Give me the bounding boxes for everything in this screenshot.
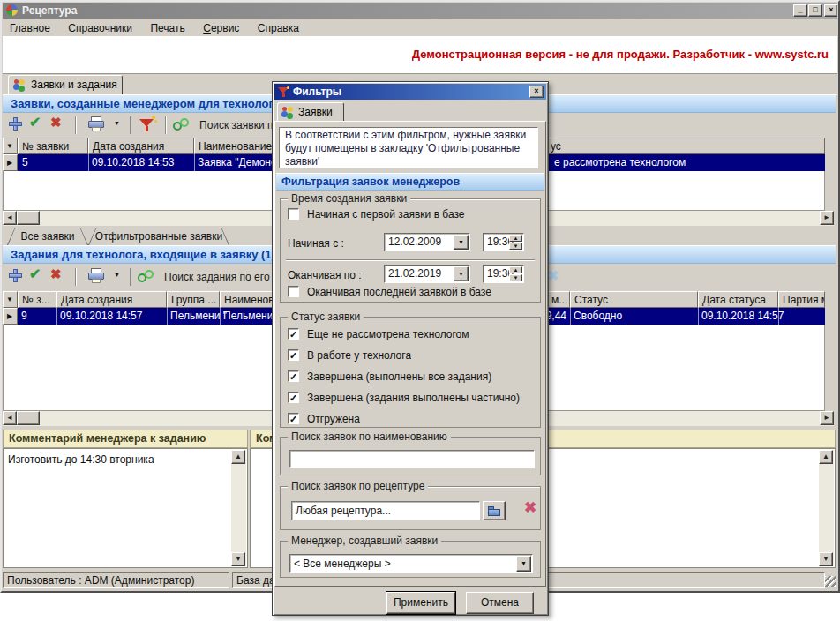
status-group-label: Статус заявки (288, 310, 364, 323)
add-icon[interactable] (8, 268, 24, 284)
menu-main[interactable]: Главное (3, 19, 57, 34)
tasks-col-marker: ▼ (3, 291, 18, 308)
scroll-left-icon[interactable]: ◄ (3, 211, 17, 225)
requests-col-status[interactable]: ус (504, 138, 825, 154)
status-option-checkbox[interactable]: ✓ (288, 413, 299, 424)
tasks-col-status[interactable]: Статус (570, 291, 698, 308)
task-num: 9 (21, 308, 27, 325)
delete-icon[interactable]: ✖ (50, 115, 62, 131)
recipe-browse-button[interactable] (483, 501, 506, 520)
add-icon[interactable] (8, 116, 24, 132)
scroll-up-icon[interactable]: ▲ (819, 450, 833, 464)
tab-requests-and-tasks[interactable]: Заявки и задания (8, 75, 123, 95)
start-time-spinner[interactable]: 19:36 ▲ ▼ (483, 233, 524, 251)
status-option-checkbox[interactable]: ✓ (288, 392, 299, 403)
end-time-spinner[interactable]: 19:36 ▲ ▼ (483, 265, 524, 283)
confirm-icon[interactable]: ✔ (29, 114, 41, 131)
scroll-down-icon[interactable]: ▼ (819, 552, 833, 566)
menu-service[interactable]: Сервис (196, 19, 246, 34)
tasks-col-group[interactable]: Группа ... (167, 291, 220, 308)
toolbar-separator (130, 116, 131, 134)
spin-down-icon[interactable]: ▼ (509, 243, 522, 250)
task-group: Пельмени " (170, 308, 227, 325)
manager-group-label: Менеджер, создавший заявки (288, 535, 441, 547)
minimize-button[interactable]: _ (793, 4, 807, 17)
dialog-tab-requests[interactable]: Заявки (277, 102, 344, 122)
main-titlebar: Рецептура _ □ × (3, 3, 837, 19)
statusbar-user: Пользователь : ADM (Администратор) (3, 572, 229, 588)
search-rings-icon[interactable] (173, 118, 192, 132)
scroll-right-icon[interactable]: ► (820, 211, 834, 225)
start-date-combobox[interactable]: 12.02.2009 ▼ (384, 233, 470, 251)
scroll-down-icon[interactable]: ▼ (231, 552, 245, 566)
close-button[interactable]: × (824, 4, 837, 17)
resize-grip[interactable] (825, 576, 836, 587)
tasks-col-num[interactable]: № з... (18, 291, 56, 308)
toolbar-separator (130, 268, 131, 286)
end-date-combobox[interactable]: 21.02.2019 ▼ (384, 265, 470, 283)
status-option-label: Еще не рассмотрена технологом (307, 326, 469, 342)
manager-combobox[interactable]: < Все менеджеры > ▼ (289, 554, 533, 573)
manager-comment-text: Изготовить до 14:30 вторника (8, 452, 228, 468)
scroll-thumb[interactable] (17, 211, 40, 225)
print-icon[interactable] (87, 267, 109, 285)
toolbar-separator (75, 268, 77, 286)
request-status: е рассмотрена технологом (554, 154, 686, 171)
status-option-checkbox[interactable]: ✓ (288, 370, 299, 382)
scroll-up-icon[interactable]: ▲ (231, 450, 245, 464)
menu-print[interactable]: Печать (143, 19, 191, 34)
scroll-left-icon[interactable]: ◄ (3, 411, 17, 425)
dropdown-icon[interactable]: ▼ (516, 556, 531, 572)
clear-search-icon[interactable]: ✖ (547, 267, 559, 284)
apply-button[interactable]: Применить (386, 592, 455, 614)
requests-col-marker: ▼ (3, 138, 18, 154)
start-from-first-checkbox[interactable] (288, 208, 299, 220)
menu-directories[interactable]: Справочники (61, 19, 139, 34)
tasks-col-status-date[interactable]: Дата статуса (698, 291, 778, 308)
status-option-checkbox[interactable]: ✓ (288, 328, 299, 340)
tasks-col-batch[interactable]: Партия мен (778, 291, 825, 308)
tab-filtered-requests[interactable]: Отфильтрованные заявки (88, 228, 229, 245)
status-option-label: Отгружена (307, 411, 360, 427)
delete-icon[interactable]: ✖ (50, 266, 62, 282)
name-search-input[interactable] (289, 450, 535, 468)
requests-col-num[interactable]: № заявки (18, 138, 88, 154)
confirm-icon[interactable]: ✔ (29, 266, 41, 282)
dialog-titlebar: Фильтры × (274, 84, 546, 100)
comment-vscrollbar[interactable]: ▲ ▼ (819, 450, 834, 566)
print-dropdown-icon[interactable]: ▼ (114, 272, 120, 278)
spin-down-icon[interactable]: ▼ (509, 274, 522, 281)
dropdown-icon[interactable]: ▼ (454, 235, 469, 250)
dialog-title: Фильтры (293, 86, 341, 98)
dialog-close-button[interactable]: × (529, 86, 544, 98)
manager-comment-box[interactable]: Изготовить до 14:30 вторника ▲ ▼ (3, 448, 248, 568)
maximize-button[interactable]: □ (808, 4, 822, 17)
requests-col-created[interactable]: Дата создания (88, 138, 194, 154)
cancel-button[interactable]: Отмена (466, 592, 534, 614)
dropdown-icon[interactable]: ▼ (454, 266, 469, 281)
tab-all-requests[interactable]: Все заявки (7, 228, 88, 245)
start-date-value: 12.02.2009 (388, 236, 441, 248)
tasks-col-created[interactable]: Дата создания (56, 291, 167, 308)
print-icon[interactable] (87, 116, 109, 133)
end-date-value: 21.02.2019 (388, 267, 441, 280)
comment-vscrollbar[interactable]: ▲ ▼ (231, 450, 246, 566)
filter-icon[interactable] (139, 116, 158, 133)
scroll-thumb[interactable] (17, 411, 40, 425)
request-num: 5 (22, 154, 28, 171)
task-status: Свободно (574, 308, 622, 325)
recipe-clear-icon[interactable]: ✖ (524, 498, 536, 517)
spin-up-icon[interactable]: ▲ (509, 266, 522, 273)
filters-dialog: Фильтры × Заявки В соответствии с этим ф… (272, 81, 549, 616)
scroll-right-icon[interactable]: ► (820, 411, 834, 425)
row-marker: ▶ (3, 154, 18, 171)
manager-comment-header: Комментарий менеджера к заданию (3, 430, 248, 448)
menu-help[interactable]: Справка (251, 19, 306, 34)
print-dropdown-icon[interactable]: ▼ (114, 120, 120, 126)
recipe-search-group: Поиск заявок по рецептуре Любая рецептур… (280, 486, 541, 530)
end-with-last-checkbox[interactable] (288, 286, 299, 297)
recipe-search-input[interactable]: Любая рецептура... (291, 501, 480, 520)
spin-up-icon[interactable]: ▲ (509, 235, 522, 242)
status-option-checkbox[interactable]: ✓ (288, 349, 299, 361)
search-rings-icon[interactable] (138, 270, 157, 284)
